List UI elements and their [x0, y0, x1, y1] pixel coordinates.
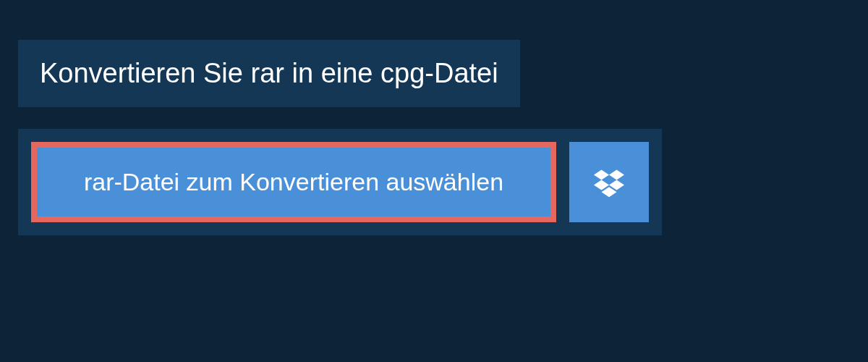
- page-title: Konvertieren Sie rar in eine cpg-Datei: [40, 58, 498, 89]
- action-panel: rar-Datei zum Konvertieren auswählen: [18, 129, 662, 235]
- select-file-button[interactable]: rar-Datei zum Konvertieren auswählen: [31, 142, 556, 222]
- dropbox-button[interactable]: [569, 142, 649, 222]
- header-bar: Konvertieren Sie rar in eine cpg-Datei: [18, 40, 520, 107]
- dropbox-icon: [594, 167, 624, 198]
